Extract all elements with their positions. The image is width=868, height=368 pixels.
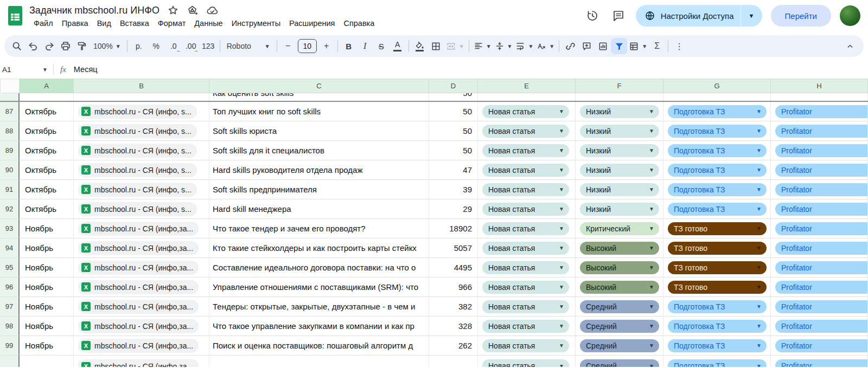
- cell-source[interactable]: [74, 93, 209, 101]
- cell-owner[interactable]: Profitator: [771, 356, 868, 367]
- cell-owner[interactable]: Profitator: [771, 160, 868, 180]
- row-number[interactable]: 90: [0, 160, 20, 180]
- cell-source[interactable]: X mbschool.ru - СЯ (инфо, s...: [74, 199, 209, 219]
- cell-source[interactable]: X mbschool.ru - СЯ (инфо, s...: [74, 121, 209, 141]
- cell-stage[interactable]: ТЗ готово▼: [663, 219, 771, 238]
- cell-status[interactable]: Новая статья▼: [478, 336, 576, 356]
- cell-priority[interactable]: Высокий▼: [576, 258, 663, 277]
- cell-month[interactable]: [20, 93, 74, 101]
- print-button[interactable]: [58, 38, 74, 54]
- cell-owner[interactable]: Profitator: [771, 317, 868, 336]
- cell-source[interactable]: X mbschool.ru - СЯ (инфо,за...: [74, 297, 209, 317]
- cell-priority[interactable]: Низкий▼: [576, 160, 663, 180]
- text-color-button[interactable]: A: [390, 38, 406, 54]
- owner-chip[interactable]: Profitator: [775, 339, 868, 352]
- cell-title[interactable]: Soft skills предпринимателя: [209, 180, 429, 199]
- cell-stage[interactable]: Подготовка ТЗ▼: [663, 180, 771, 199]
- cell-priority[interactable]: Низкий▼: [576, 141, 663, 160]
- source-file-chip[interactable]: X mbschool.ru - СЯ (инфо,за...: [78, 241, 199, 255]
- stage-dropdown-chip[interactable]: Подготовка ТЗ▼: [668, 300, 767, 313]
- source-file-chip[interactable]: X mbschool.ru - СЯ (инфо,за...: [78, 339, 199, 353]
- cell-status[interactable]: Новая статья▼: [478, 219, 576, 238]
- cell-priority[interactable]: Средний▼: [576, 317, 663, 336]
- cell-title[interactable]: Как оценить soft skills: [209, 93, 429, 101]
- cell-title[interactable]: Поиск и оценка поставщиков: пошаговый ал…: [209, 336, 429, 356]
- row-number[interactable]: 98: [0, 317, 20, 336]
- insert-comment-button[interactable]: [578, 38, 595, 54]
- cell-stage[interactable]: Подготовка ТЗ▼: [663, 141, 771, 160]
- cell-volume[interactable]: 39: [429, 180, 478, 199]
- share-button[interactable]: Настройки Доступа ▼: [636, 5, 762, 27]
- cell-priority[interactable]: Низкий▼: [576, 121, 663, 141]
- owner-chip[interactable]: Profitator: [775, 203, 868, 216]
- stage-dropdown-chip[interactable]: Подготовка ТЗ▼: [668, 339, 767, 352]
- cell-month[interactable]: Ноябрь: [20, 258, 74, 277]
- column-header-G[interactable]: G: [663, 79, 771, 93]
- source-file-chip[interactable]: X mbschool.ru - СЯ (инфо, s...: [78, 202, 197, 216]
- more-button[interactable]: ⋮: [671, 38, 687, 54]
- owner-chip[interactable]: Profitator: [775, 183, 868, 196]
- status-dropdown-chip[interactable]: Новая статья▼: [482, 105, 569, 118]
- status-dropdown-chip[interactable]: Новая статья▼: [482, 144, 569, 157]
- source-file-chip[interactable]: X mbschool.ru - СЯ (инфо,за...: [78, 300, 199, 314]
- column-header-F[interactable]: F: [576, 79, 663, 93]
- cell-volume[interactable]: 5057: [429, 238, 478, 258]
- priority-dropdown-chip[interactable]: Средний▼: [580, 339, 659, 352]
- priority-dropdown-chip[interactable]: Высокий▼: [580, 242, 659, 255]
- cell-title[interactable]: Топ лучших книг по soft skills: [209, 102, 429, 121]
- cell-source[interactable]: X mbschool.ru - СЯ (инфо, s...: [74, 160, 209, 180]
- redo-button[interactable]: [41, 38, 58, 54]
- cell-title[interactable]: [209, 356, 429, 367]
- partial-row-top[interactable]: Как оценить soft skills 50: [0, 93, 868, 101]
- cell-month[interactable]: Ноябрь: [20, 238, 74, 258]
- priority-dropdown-chip[interactable]: Низкий▼: [580, 125, 659, 138]
- menu-item[interactable]: Справка: [339, 17, 379, 29]
- column-header-H[interactable]: H: [771, 79, 868, 93]
- cell-stage[interactable]: Подготовка ТЗ▼: [663, 317, 771, 336]
- cell-title[interactable]: Составление идеального договора поставки…: [209, 258, 429, 277]
- formula-input[interactable]: Месяц: [74, 65, 98, 74]
- cell-status[interactable]: [478, 93, 576, 101]
- cell-status[interactable]: Новая статья▼: [478, 121, 576, 141]
- cell-title[interactable]: Кто такие стейкхолдеры и как построить к…: [209, 238, 429, 258]
- cell-title[interactable]: Hard skills руководителя отдела продаж: [209, 160, 429, 180]
- font-select[interactable]: Roboto▼: [223, 38, 274, 54]
- cell-owner[interactable]: Profitator: [771, 102, 868, 121]
- cell-volume[interactable]: 328: [429, 317, 478, 336]
- source-file-chip[interactable]: X mbschool.ru - СЯ (инфо, s...: [78, 144, 197, 158]
- stage-dropdown-chip[interactable]: Подготовка ТЗ▼: [668, 359, 767, 367]
- source-file-chip[interactable]: X mbschool.ru - СЯ (инфо, s...: [78, 183, 197, 197]
- paint-format-button[interactable]: [74, 38, 90, 54]
- cell-priority[interactable]: Критический▼: [576, 219, 663, 238]
- avatar[interactable]: [840, 5, 860, 26]
- format-percent-button[interactable]: %: [148, 38, 165, 54]
- stage-dropdown-chip[interactable]: ТЗ готово▼: [668, 242, 767, 255]
- owner-chip[interactable]: Profitator: [775, 359, 868, 367]
- cell-volume[interactable]: 29: [429, 199, 478, 219]
- owner-chip[interactable]: Profitator: [775, 164, 868, 177]
- status-dropdown-chip[interactable]: Новая статья▼: [482, 300, 569, 313]
- cell-volume[interactable]: 47: [429, 160, 478, 180]
- row-number[interactable]: 92: [0, 199, 20, 219]
- stage-dropdown-chip[interactable]: ТЗ готово▼: [668, 222, 767, 235]
- approval-badge-icon[interactable]: [187, 5, 198, 16]
- owner-chip[interactable]: Profitator: [775, 300, 868, 313]
- status-dropdown-chip[interactable]: Новая статья▼: [482, 222, 569, 235]
- cell-volume[interactable]: 18902: [429, 219, 478, 238]
- comments-icon[interactable]: [610, 7, 627, 24]
- cell-title[interactable]: Что такое тендер и зачем его проводят?: [209, 219, 429, 238]
- cell-status[interactable]: Новая статья▼: [478, 199, 576, 219]
- go-button[interactable]: Перейти: [771, 5, 831, 27]
- cell-source[interactable]: X mbschool.ru - СЯ (инфо,за...: [74, 317, 209, 336]
- cell-owner[interactable]: Profitator: [771, 336, 868, 356]
- cell-stage[interactable]: Подготовка ТЗ▼: [663, 336, 771, 356]
- row-number[interactable]: 88: [0, 121, 20, 141]
- source-file-chip[interactable]: X mbschool.ru - СЯ (инфо,за...: [78, 319, 199, 333]
- cell-source[interactable]: X mbschool.ru - СЯ (инфо,за...: [74, 277, 209, 297]
- stage-dropdown-chip[interactable]: Подготовка ТЗ▼: [668, 105, 767, 118]
- status-dropdown-chip[interactable]: Новая статья▼: [482, 164, 569, 177]
- format-currency-button[interactable]: р.: [130, 38, 148, 54]
- cell-source[interactable]: X mbschool.ru - СЯ (инфо, s...: [74, 102, 209, 121]
- cell-stage[interactable]: Подготовка ТЗ▼: [663, 199, 771, 219]
- cell-volume[interactable]: 50: [429, 93, 478, 101]
